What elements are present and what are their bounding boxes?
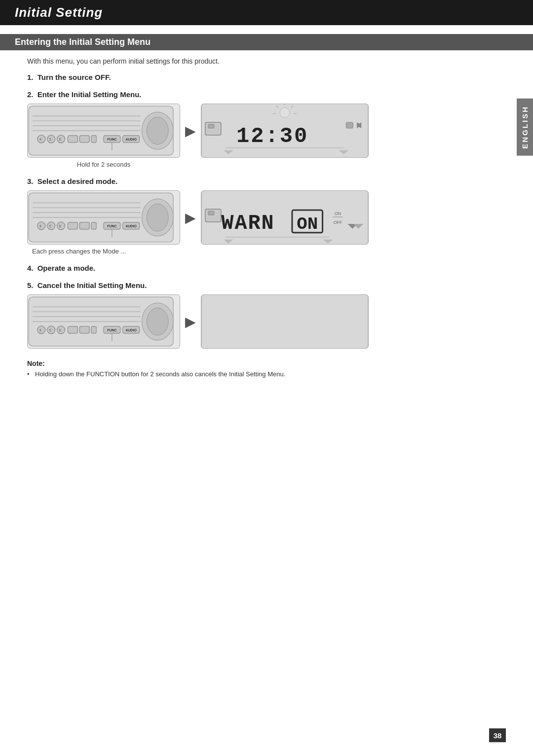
step-3: 3. Select a desired mode. 4 5 6 [27,177,506,255]
step-3-device: 4 5 6 FUNC AUDIO [27,190,180,245]
svg-rect-48 [91,222,96,229]
step-3-display: WARN ON ON OFF [201,190,369,245]
step-2-title: 2. Enter the Initial Setting Menu. [27,90,506,99]
svg-text:AUDIO: AUDIO [125,328,137,332]
step-5-display [201,294,369,349]
svg-text:6: 6 [59,138,61,141]
note-section: Note: Holding down the FUNCTION button f… [27,360,506,378]
step-4: 4. Operate a mode. [27,264,506,272]
page-number: 38 [489,728,506,742]
svg-point-74 [147,308,168,335]
step-2-device: 4 5 6 FUNC AUDIO [27,104,180,158]
step-5-label: Cancel the Initial Setting Menu. [38,281,147,289]
step-5: 5. Cancel the Initial Setting Menu. 4 5 … [27,281,506,349]
svg-rect-82 [79,326,89,333]
device-svg-5: 4 5 6 FUNC AUDIO [28,294,180,349]
svg-rect-31 [346,122,353,128]
step-2-num: 2. [27,90,34,99]
device-svg-3: 4 5 6 FUNC AUDIO [28,190,180,245]
svg-text:ON: ON [335,211,341,216]
step-1-title: 1. Turn the source OFF. [27,73,506,81]
step-2-label: Enter the Initial Setting Menu. [38,90,142,99]
device-svg-2: 4 5 6 FUNC AUDIO [28,104,180,158]
svg-point-42 [47,222,55,230]
svg-rect-81 [68,326,77,333]
arrow-step-3: ▶ [185,210,196,226]
section-heading: Entering the Initial Setting Menu [0,34,533,50]
step-5-device: 4 5 6 FUNC AUDIO [27,294,180,349]
svg-text:4: 4 [39,224,41,228]
content-area: With this menu, you can perform initial … [0,57,533,378]
arrow-step-5: ▶ [185,314,196,330]
svg-text:FUNC: FUNC [107,224,116,228]
svg-rect-47 [79,222,89,229]
svg-text:12:30: 12:30 [236,124,308,148]
svg-point-77 [47,326,55,334]
step-4-title: 4. Operate a mode. [27,264,506,272]
intro-text: With this menu, you can perform initial … [27,57,506,65]
svg-text:4: 4 [39,328,41,332]
svg-rect-93 [201,294,368,348]
svg-text:5: 5 [49,224,51,228]
svg-rect-9 [68,136,77,143]
svg-text:5: 5 [49,138,51,141]
svg-text:FUNC: FUNC [107,138,116,141]
svg-text:AUDIO: AUDIO [125,224,137,228]
svg-text:4: 4 [39,138,41,141]
step-5-img-row: 4 5 6 FUNC AUDIO [27,294,506,349]
step-3-img-row: 4 5 6 FUNC AUDIO [27,190,506,245]
step-3-label: Select a desired mode. [38,177,118,185]
svg-rect-29 [208,124,214,128]
svg-rect-46 [68,222,77,229]
step-1-label: Turn the source OFF. [38,73,111,81]
step-3-title: 3. Select a desired mode. [27,177,506,185]
svg-rect-83 [91,326,96,333]
section-title: Entering the Initial Setting Menu [15,37,151,47]
step-1: 1. Turn the source OFF. [27,73,506,81]
svg-point-7 [57,135,65,143]
svg-point-79 [57,326,65,334]
svg-point-44 [57,222,65,230]
step-2-img-row: 4 5 6 FUNC AUDIO [27,104,506,158]
svg-text:AUDIO: AUDIO [125,138,137,141]
arrow-step-2: ▶ [185,123,196,139]
svg-point-40 [38,222,45,230]
note-bullet: Holding down the FUNCTION button for 2 s… [27,370,506,378]
svg-point-5 [47,135,55,143]
svg-text:6: 6 [59,328,61,332]
step-3-num: 3. [27,177,34,185]
step-2-display: 12:30 [201,104,369,158]
step-2: 2. Enter the Initial Setting Menu. 4 5 [27,90,506,168]
svg-text:5: 5 [49,328,51,332]
language-tab: ENGLISH [517,99,533,156]
note-title: Note: [27,360,506,367]
svg-text:ON: ON [297,214,318,234]
page-title: Initial Setting [15,5,518,20]
svg-point-39 [147,204,168,231]
step-5-num: 5. [27,281,34,289]
display-svg-2: 12:30 [201,104,368,158]
step-5-title: 5. Cancel the Initial Setting Menu. [27,281,506,289]
svg-rect-60 [208,211,214,215]
svg-text:6: 6 [59,224,61,228]
svg-point-22 [280,108,290,117]
display-svg-5 [201,294,368,349]
step-1-num: 1. [27,73,34,81]
step-2-caption: Hold for 2 seconds [27,161,180,168]
svg-text:FUNC: FUNC [107,328,116,332]
svg-text:OFF: OFF [333,220,342,225]
svg-text:WARN: WARN [221,212,274,235]
svg-rect-11 [91,136,96,143]
step-4-label: Operate a mode. [38,264,96,272]
step-4-num: 4. [27,264,34,272]
page-header: Initial Setting [0,0,533,25]
svg-point-2 [147,117,168,144]
svg-point-3 [38,135,45,143]
step-3-caption: Each press changes the Mode ... [32,248,506,255]
svg-rect-10 [79,136,89,143]
display-svg-3: WARN ON ON OFF [201,190,368,245]
svg-point-75 [38,326,45,334]
